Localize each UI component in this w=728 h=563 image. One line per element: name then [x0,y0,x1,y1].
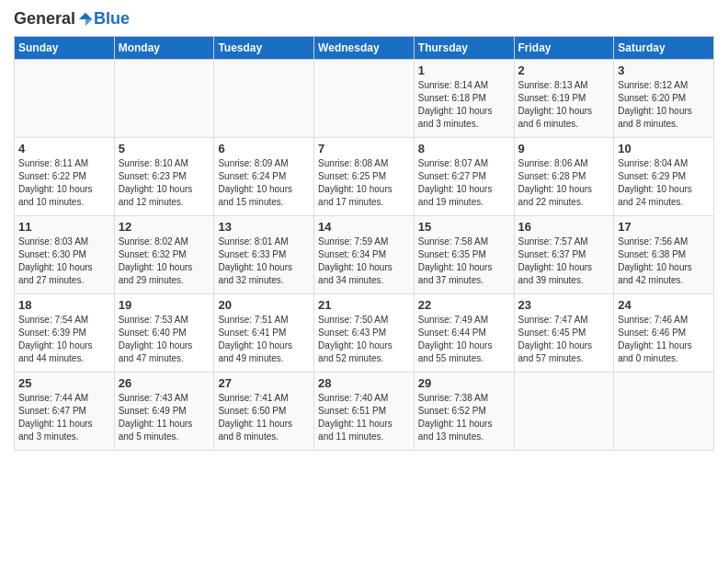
day-number: 8 [418,142,510,155]
col-header-sunday: Sunday [15,37,115,60]
day-number: 1 [418,63,510,77]
calendar-cell [114,60,214,138]
calendar-cell: 5Sunrise: 8:10 AM Sunset: 6:23 PM Daylig… [114,138,214,216]
cell-info: Sunrise: 7:51 AM Sunset: 6:41 PM Dayligh… [218,314,310,365]
day-number: 15 [418,220,510,234]
day-number: 29 [418,376,510,390]
logo-blue-text: Blue [94,9,130,29]
cell-info: Sunrise: 7:46 AM Sunset: 6:46 PM Dayligh… [618,314,710,365]
calendar-cell: 27Sunrise: 7:41 AM Sunset: 6:50 PM Dayli… [214,373,314,451]
cell-info: Sunrise: 7:40 AM Sunset: 6:51 PM Dayligh… [318,392,410,443]
cell-info: Sunrise: 8:01 AM Sunset: 6:33 PM Dayligh… [218,236,310,287]
day-number: 17 [618,220,710,234]
day-number: 19 [119,298,210,312]
calendar-cell [514,373,614,451]
day-number: 11 [18,220,110,234]
cell-info: Sunrise: 7:54 AM Sunset: 6:39 PM Dayligh… [18,314,110,365]
cell-info: Sunrise: 7:47 AM Sunset: 6:45 PM Dayligh… [518,314,610,365]
calendar-cell: 4Sunrise: 8:11 AM Sunset: 6:22 PM Daylig… [15,138,115,216]
logo: General Blue [14,9,130,29]
cell-info: Sunrise: 8:10 AM Sunset: 6:23 PM Dayligh… [119,157,210,209]
day-number: 10 [618,142,710,155]
day-number: 18 [18,298,110,312]
col-header-monday: Monday [114,37,214,60]
calendar-cell: 21Sunrise: 7:50 AM Sunset: 6:43 PM Dayli… [314,294,415,373]
calendar-cell: 2Sunrise: 8:13 AM Sunset: 6:19 PM Daylig… [514,60,614,138]
col-header-friday: Friday [514,37,614,60]
day-number: 25 [18,376,110,390]
day-number: 3 [618,63,710,77]
cell-info: Sunrise: 7:50 AM Sunset: 6:43 PM Dayligh… [318,314,410,365]
day-number: 24 [618,298,710,312]
cell-info: Sunrise: 7:57 AM Sunset: 6:37 PM Dayligh… [518,236,610,287]
calendar-cell: 25Sunrise: 7:44 AM Sunset: 6:47 PM Dayli… [15,373,115,451]
day-number: 23 [518,298,610,312]
calendar-cell: 29Sunrise: 7:38 AM Sunset: 6:52 PM Dayli… [414,373,514,451]
calendar-cell: 8Sunrise: 8:07 AM Sunset: 6:27 PM Daylig… [414,138,514,216]
col-header-tuesday: Tuesday [214,37,314,60]
cell-info: Sunrise: 8:09 AM Sunset: 6:24 PM Dayligh… [218,157,310,209]
calendar-cell: 7Sunrise: 8:08 AM Sunset: 6:25 PM Daylig… [314,138,415,216]
calendar-cell: 26Sunrise: 7:43 AM Sunset: 6:49 PM Dayli… [114,373,214,451]
calendar-cell: 1Sunrise: 8:14 AM Sunset: 6:18 PM Daylig… [414,60,514,138]
calendar-cell: 22Sunrise: 7:49 AM Sunset: 6:44 PM Dayli… [414,294,514,373]
day-number: 7 [318,142,410,155]
cell-info: Sunrise: 8:12 AM Sunset: 6:20 PM Dayligh… [618,79,710,131]
day-number: 2 [518,63,610,77]
calendar-cell [314,60,415,138]
day-number: 13 [218,220,310,234]
day-number: 28 [318,376,410,390]
cell-info: Sunrise: 8:04 AM Sunset: 6:29 PM Dayligh… [618,157,710,209]
logo-icon [77,11,94,28]
cell-info: Sunrise: 7:44 AM Sunset: 6:47 PM Dayligh… [18,392,110,443]
day-number: 4 [18,142,110,155]
cell-info: Sunrise: 7:56 AM Sunset: 6:38 PM Dayligh… [618,236,710,287]
col-header-thursday: Thursday [414,37,514,60]
cell-info: Sunrise: 7:43 AM Sunset: 6:49 PM Dayligh… [119,392,210,443]
cell-info: Sunrise: 8:13 AM Sunset: 6:19 PM Dayligh… [518,79,610,131]
day-number: 26 [119,376,210,390]
svg-marker-0 [79,12,92,18]
header: General Blue [14,9,714,29]
cell-info: Sunrise: 7:38 AM Sunset: 6:52 PM Dayligh… [418,392,510,443]
calendar-cell: 20Sunrise: 7:51 AM Sunset: 6:41 PM Dayli… [214,294,314,373]
col-header-wednesday: Wednesday [314,37,415,60]
cell-info: Sunrise: 8:06 AM Sunset: 6:28 PM Dayligh… [518,157,610,209]
svg-marker-1 [85,19,92,26]
day-number: 20 [218,298,310,312]
day-number: 5 [119,142,210,155]
calendar-cell [614,373,714,451]
cell-info: Sunrise: 8:02 AM Sunset: 6:32 PM Dayligh… [119,236,210,287]
calendar-cell: 6Sunrise: 8:09 AM Sunset: 6:24 PM Daylig… [214,138,314,216]
day-number: 9 [518,142,610,155]
calendar-cell: 19Sunrise: 7:53 AM Sunset: 6:40 PM Dayli… [114,294,214,373]
day-number: 22 [418,298,510,312]
calendar-cell [214,60,314,138]
calendar-cell: 9Sunrise: 8:06 AM Sunset: 6:28 PM Daylig… [514,138,614,216]
calendar-cell: 10Sunrise: 8:04 AM Sunset: 6:29 PM Dayli… [614,138,714,216]
calendar-cell: 24Sunrise: 7:46 AM Sunset: 6:46 PM Dayli… [614,294,714,373]
calendar-cell: 12Sunrise: 8:02 AM Sunset: 6:32 PM Dayli… [114,216,214,294]
calendar-cell: 15Sunrise: 7:58 AM Sunset: 6:35 PM Dayli… [414,216,514,294]
cell-info: Sunrise: 8:07 AM Sunset: 6:27 PM Dayligh… [418,157,510,209]
calendar-table: SundayMondayTuesdayWednesdayThursdayFrid… [14,36,714,451]
cell-info: Sunrise: 8:14 AM Sunset: 6:18 PM Dayligh… [418,79,510,131]
cell-info: Sunrise: 8:08 AM Sunset: 6:25 PM Dayligh… [318,157,410,209]
cell-info: Sunrise: 7:49 AM Sunset: 6:44 PM Dayligh… [418,314,510,365]
logo-general-text: General [14,9,75,29]
cell-info: Sunrise: 7:59 AM Sunset: 6:34 PM Dayligh… [318,236,410,287]
cell-info: Sunrise: 7:58 AM Sunset: 6:35 PM Dayligh… [418,236,510,287]
day-number: 12 [119,220,210,234]
day-number: 14 [318,220,410,234]
cell-info: Sunrise: 7:41 AM Sunset: 6:50 PM Dayligh… [218,392,310,443]
day-number: 21 [318,298,410,312]
col-header-saturday: Saturday [614,37,714,60]
calendar-cell: 16Sunrise: 7:57 AM Sunset: 6:37 PM Dayli… [514,216,614,294]
day-number: 27 [218,376,310,390]
cell-info: Sunrise: 7:53 AM Sunset: 6:40 PM Dayligh… [119,314,210,365]
calendar-cell: 28Sunrise: 7:40 AM Sunset: 6:51 PM Dayli… [314,373,415,451]
calendar-cell: 11Sunrise: 8:03 AM Sunset: 6:30 PM Dayli… [15,216,115,294]
calendar-cell: 17Sunrise: 7:56 AM Sunset: 6:38 PM Dayli… [614,216,714,294]
cell-info: Sunrise: 8:03 AM Sunset: 6:30 PM Dayligh… [18,236,110,287]
calendar-cell [15,60,115,138]
